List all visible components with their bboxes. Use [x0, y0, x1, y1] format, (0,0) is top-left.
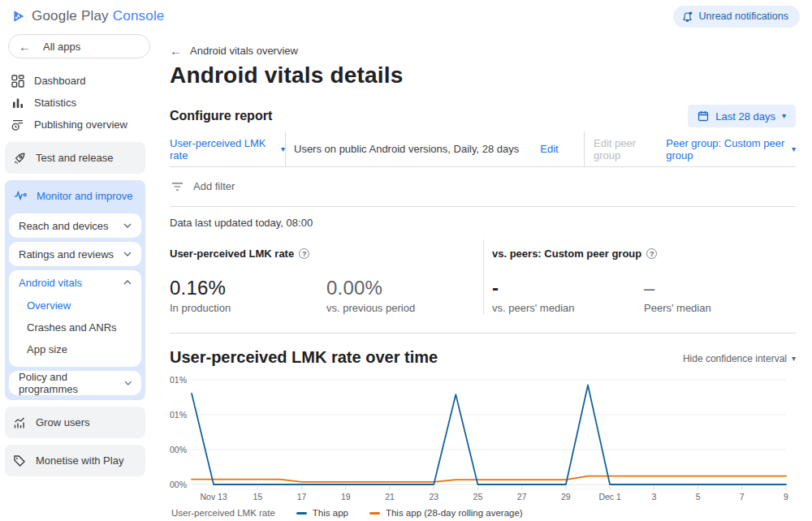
sidebar-item-ratings-and-reviews[interactable]: Ratings and reviews — [9, 242, 141, 266]
sidebar-item-label: Android vitals — [19, 277, 82, 289]
stat-label: In production — [170, 302, 326, 314]
android-vitals-card: Android vitals Overview Crashes and ANRs… — [9, 270, 141, 367]
sidebar-item-label: Ratings and reviews — [19, 248, 114, 260]
sidebar: ← All apps Dashboard Statistics Publishi… — [0, 32, 150, 521]
chart-legend: User-perceived LMK rate This app This ap… — [170, 508, 796, 518]
legend-dash-this-app — [296, 512, 307, 515]
edit-dimensions-link[interactable]: Edit — [540, 143, 558, 155]
stat-in-production: 0.16% In production — [170, 277, 326, 314]
legend-item-this-app: This app — [296, 508, 348, 518]
pulse-icon — [14, 189, 27, 202]
all-apps-button[interactable]: ← All apps — [8, 34, 150, 58]
metric-panel-title: User-perceived LMK rate — [170, 248, 294, 260]
stat-value: - — [492, 277, 644, 299]
sidebar-item-statistics[interactable]: Statistics — [0, 92, 150, 114]
notifications-label: Unread notifications — [699, 11, 788, 22]
add-filter-button[interactable]: Add filter — [193, 180, 235, 192]
stat-peers-median: – Peers' median — [644, 277, 796, 314]
chevron-down-icon — [123, 252, 132, 256]
sidebar-item-label: Monitor and improve — [37, 190, 133, 202]
peer-group-dropdown[interactable]: Peer group: Custom peer group ▾ — [666, 137, 796, 161]
metric-selector-label: User-perceived LMK rate — [170, 137, 276, 161]
date-range-button[interactable]: Last 28 days ▾ — [688, 105, 796, 127]
back-icon: ← — [19, 40, 31, 54]
metric-selector-dropdown[interactable]: User-perceived LMK rate ▾ — [170, 137, 285, 161]
stat-value: 0.16% — [170, 277, 326, 299]
help-icon[interactable]: ? — [299, 248, 309, 259]
peer-group-label: Peer group: Custom peer group — [666, 137, 787, 161]
edit-peer-group-link: Edit peer group — [594, 137, 653, 161]
filter-icon — [171, 182, 184, 192]
stat-label: Peers' median — [644, 302, 796, 314]
stat-label: vs. peers' median — [492, 302, 644, 314]
chart-header: User-perceived LMK rate over time Hide c… — [170, 348, 796, 367]
dimensions-summary: Users on public Android versions, Daily,… — [294, 143, 519, 155]
confidence-interval-dropdown[interactable]: Hide confidence interval ▾ — [683, 353, 796, 367]
help-icon[interactable]: ? — [646, 248, 657, 259]
topbar: Google Play Console Unread notifications — [0, 0, 812, 32]
breadcrumb[interactable]: ← Android vitals overview — [170, 44, 796, 58]
dimensions-cell: Users on public Android versions, Daily,… — [285, 131, 584, 166]
svg-text:0.00%: 0.00% — [170, 445, 187, 454]
chevron-down-icon — [123, 223, 132, 228]
legend-label: This app — [313, 508, 348, 518]
breadcrumb-label: Android vitals overview — [190, 45, 298, 57]
sidebar-item-publishing-overview[interactable]: Publishing overview — [0, 114, 150, 136]
caret-down-icon: ▾ — [792, 145, 796, 153]
date-range-label: Last 28 days — [715, 110, 775, 123]
bell-icon — [681, 11, 693, 23]
svg-text:0.01%: 0.01% — [170, 410, 187, 420]
sidebar-item-policy-and-programmes[interactable]: Policy and programmes — [9, 371, 141, 395]
svg-text:Nov 13: Nov 13 — [200, 492, 227, 502]
configure-report-heading: Configure report — [170, 109, 272, 123]
sidebar-item-test-and-release[interactable]: Test and release — [5, 142, 145, 174]
svg-text:27: 27 — [517, 492, 527, 502]
svg-text:25: 25 — [473, 492, 483, 502]
sidebar-item-android-vitals[interactable]: Android vitals — [9, 270, 141, 295]
metric-selector-cell: User-perceived LMK rate ▾ — [170, 131, 285, 166]
lmk-rate-chart-plot[interactable]: 0.00%0.00%0.01%0.01%Nov 1315171921232527… — [170, 373, 796, 503]
svg-text:0.01%: 0.01% — [170, 375, 187, 385]
sidebar-item-monitor-and-improve[interactable]: Monitor and improve — [9, 182, 141, 209]
legend-label: This app (28-day rolling average) — [386, 508, 523, 518]
sidebar-item-label: Policy and programmes — [19, 371, 124, 395]
sidebar-item-label: Publishing overview — [34, 118, 127, 131]
svg-text:29: 29 — [561, 492, 571, 502]
sidebar-item-grow-users[interactable]: Grow users — [5, 407, 145, 438]
stat-value: – — [644, 277, 796, 299]
lmk-rate-chart: 0.00%0.00%0.01%0.01%Nov 1315171921232527… — [170, 373, 796, 518]
stat-value: 0.00% — [326, 277, 483, 299]
svg-text:0.00%: 0.00% — [170, 480, 187, 489]
legend-title: User-perceived LMK rate — [171, 508, 275, 518]
play-triangle-icon — [12, 10, 25, 23]
policy-and-programmes-card: Policy and programmes — [9, 371, 141, 395]
metric-panel-vs-peers: vs. peers: Custom peer group ? - vs. pee… — [483, 239, 796, 314]
sidebar-item-dashboard[interactable]: Dashboard — [0, 70, 150, 92]
sidebar-item-vitals-overview[interactable]: Overview — [9, 295, 141, 316]
chart-title: User-perceived LMK rate over time — [170, 348, 438, 367]
play-console-logo[interactable]: Google Play Console — [12, 8, 165, 24]
svg-text:7: 7 — [740, 492, 745, 502]
brand-console: Console — [113, 8, 165, 24]
sidebar-item-monetise-with-play[interactable]: Monetise with Play — [5, 445, 145, 476]
brand-text: Google Play Console — [32, 8, 165, 24]
metric-panel-lmk-rate: User-perceived LMK rate ? 0.16% In produ… — [170, 239, 483, 314]
unread-notifications-button[interactable]: Unread notifications — [673, 6, 800, 28]
svg-text:3: 3 — [651, 492, 656, 502]
metrics-summary: User-perceived LMK rate ? 0.16% In produ… — [170, 239, 796, 334]
publishing-overview-icon — [11, 118, 24, 131]
sidebar-item-reach-and-devices[interactable]: Reach and devices — [9, 213, 141, 238]
sidebar-item-crashes-and-anrs[interactable]: Crashes and ANRs — [9, 316, 141, 338]
legend-item-rolling-average: This app (28-day rolling average) — [369, 508, 523, 518]
page-title: Android vitals details — [170, 62, 796, 89]
metric-panel-title: vs. peers: Custom peer group — [492, 248, 641, 260]
confidence-interval-label: Hide confidence interval — [683, 353, 787, 364]
grow-users-icon — [13, 416, 26, 429]
chevron-down-icon — [124, 381, 132, 385]
stat-vs-peers-median: - vs. peers' median — [492, 277, 644, 314]
caret-down-icon: ▾ — [782, 112, 786, 120]
ratings-and-reviews-card: Ratings and reviews — [9, 242, 141, 266]
statistics-icon — [11, 97, 24, 110]
sidebar-item-app-size[interactable]: App size — [9, 338, 141, 360]
sidebar-item-label: Statistics — [34, 97, 76, 109]
